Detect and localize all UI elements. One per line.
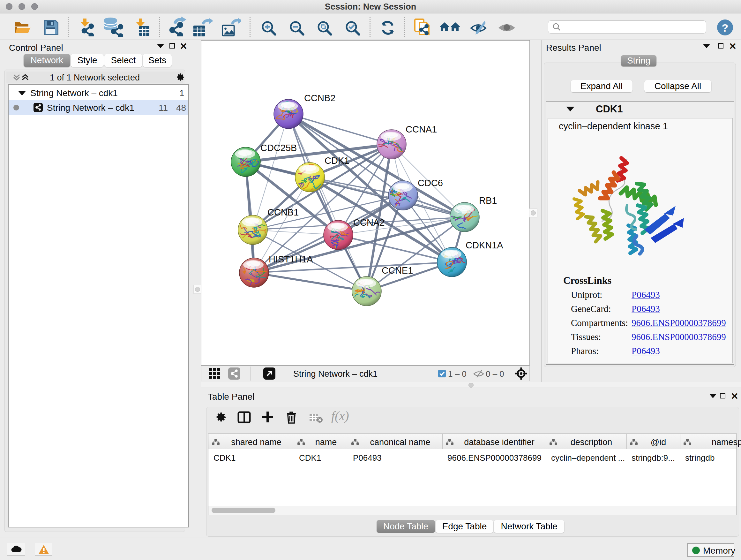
svg-text:CDKN1A: CDKN1A bbox=[466, 240, 503, 250]
svg-text:CDK1: CDK1 bbox=[325, 155, 349, 166]
svg-text:CCNB1: CCNB1 bbox=[267, 207, 299, 217]
svg-text:HIST1H1A: HIST1H1A bbox=[269, 254, 313, 264]
svg-text:CCNB2: CCNB2 bbox=[304, 93, 335, 103]
svg-text:CCNE1: CCNE1 bbox=[382, 265, 413, 275]
svg-text:CCNA1: CCNA1 bbox=[406, 124, 437, 134]
svg-text:CDC6: CDC6 bbox=[418, 178, 443, 188]
svg-text:CCNA2: CCNA2 bbox=[353, 217, 385, 228]
svg-text:CDC25B: CDC25B bbox=[260, 143, 297, 153]
svg-text:RB1: RB1 bbox=[479, 195, 497, 206]
